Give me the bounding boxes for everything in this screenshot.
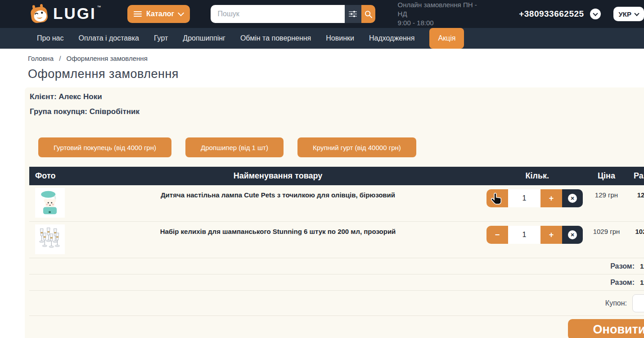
nav-item-wholesale[interactable]: Гурт (154, 34, 168, 42)
customer-group-line: Група покупця: Співробітник (30, 107, 644, 116)
group-button-wholesale[interactable]: Гуртовий покупець (від 4000 грн) (38, 137, 171, 157)
nav-item-returns[interactable]: Обмін та повернення (240, 34, 311, 42)
schedule-text: Онлайн замовлення ПН - НД 9:00 - 18:00 (398, 0, 488, 27)
group-button-large-wholesale[interactable]: Крупний гурт (від 40000 грн) (297, 137, 416, 157)
totals-row: Разом: 1158 грн (29, 258, 644, 274)
chevron-down-icon (593, 11, 598, 16)
group-button-dropshipper[interactable]: Дропшипер (від 1 шт) (185, 137, 284, 157)
qty-plus-button[interactable]: + (540, 226, 562, 244)
search-icon (365, 10, 372, 18)
item-price: 129 грн (585, 185, 628, 199)
breadcrumb: Головна / Оформлення замовлення (0, 49, 644, 62)
brand-mascot-icon (29, 4, 50, 25)
remove-icon: ✕ (568, 230, 577, 239)
client-name: Алекс Ноки (59, 92, 102, 101)
nav-item-about[interactable]: Про нас (37, 34, 63, 42)
chevron-down-icon (178, 10, 184, 16)
qty-cell: − + ✕ (421, 222, 585, 244)
remove-item-button[interactable]: ✕ (562, 189, 583, 207)
breadcrumb-current: Оформлення замовлення (67, 55, 148, 62)
filter-button[interactable] (345, 5, 361, 23)
search-button[interactable] (361, 5, 375, 23)
nav-item-dropshipping[interactable]: Дропшиппінг (183, 34, 225, 42)
brand-logo[interactable]: LUGI ™ (29, 3, 101, 25)
lamp-product-image (36, 189, 64, 217)
product-name[interactable]: Набір келихів для шампанського Stunning … (135, 222, 421, 235)
search-bar (211, 5, 375, 23)
main-nav: Про нас Оплата і доставка Гурт Дропшиппі… (0, 28, 644, 49)
column-header-price: Ціна (585, 171, 628, 181)
nav-item-payment-delivery[interactable]: Оплата і доставка (78, 34, 139, 42)
cart-table-header: Фото Найменування товару Кільк. Ціна Раз… (29, 167, 644, 185)
total-value: 1158 грн (640, 262, 644, 270)
qty-input[interactable] (508, 226, 540, 244)
total-label: Разом: (610, 262, 635, 270)
schedule-days: Онлайн замовлення ПН - НД (398, 0, 488, 18)
product-image[interactable] (35, 188, 65, 218)
coupon-label: Купон: (605, 299, 627, 307)
breadcrumb-separator: / (59, 55, 61, 62)
qty-minus-button[interactable]: − (486, 226, 508, 244)
language-label: УКР (619, 10, 632, 18)
client-label: Клієнт: (30, 92, 57, 101)
table-row: Набір келихів для шампанського Stunning … (29, 222, 644, 258)
breadcrumb-home[interactable]: Головна (28, 55, 54, 62)
group-label: Група покупця: (30, 107, 87, 116)
qty-cell: − + ✕ (421, 185, 585, 207)
cart-table: Фото Найменування товару Кільк. Ціна Раз… (29, 167, 644, 338)
coupon-row: Купон: (29, 291, 644, 316)
item-total: 129 грн (628, 185, 644, 199)
nav-item-new[interactable]: Новинки (326, 34, 354, 42)
item-total: 1029 грн (628, 222, 644, 235)
glasses-product-image (36, 225, 64, 253)
coupon-input[interactable] (632, 294, 644, 312)
schedule-hours: 9:00 - 18:00 (398, 18, 488, 27)
qty-plus-button[interactable]: + (540, 189, 562, 207)
filter-icon (349, 10, 357, 18)
nav-promo-button[interactable]: Акція (429, 28, 464, 49)
quantity-stepper: − + ✕ (486, 226, 583, 244)
update-row: Оновити (29, 316, 644, 338)
remove-item-button[interactable]: ✕ (562, 226, 583, 244)
column-header-qty: Кільк. (421, 171, 585, 181)
photo-cell (29, 185, 135, 218)
search-input[interactable] (211, 5, 345, 23)
chevron-down-icon (634, 11, 639, 16)
catalog-button[interactable]: Каталог (127, 5, 190, 23)
column-header-total: Разом (628, 171, 644, 181)
product-image[interactable] (35, 224, 65, 254)
qty-input[interactable] (508, 189, 540, 207)
quantity-stepper: − + ✕ (486, 189, 583, 207)
photo-cell (29, 222, 135, 254)
phone-number[interactable]: +380933662525 (519, 9, 584, 19)
customer-client-line: Клієнт: Алекс Ноки (30, 92, 644, 101)
total-value: 1158 грн (640, 279, 644, 286)
nav-item-arrivals[interactable]: Надходження (369, 34, 414, 42)
product-name[interactable]: Дитяча настільна лампа Cute Pets з точил… (135, 185, 421, 199)
table-row: Дитяча настільна лампа Cute Pets з точил… (29, 185, 644, 222)
catalog-button-label: Каталог (146, 10, 174, 18)
top-header: LUGI ™ Каталог Онлайн замовлення ПН - НД… (0, 0, 644, 28)
total-label: Разом: (610, 279, 635, 287)
item-price: 1029 грн (585, 222, 628, 235)
qty-minus-button[interactable]: − (486, 189, 508, 207)
language-selector[interactable]: УКР (613, 7, 644, 21)
totals-row: Разом: 1158 грн (29, 274, 644, 291)
phone-dropdown-button[interactable] (590, 9, 601, 19)
remove-icon: ✕ (568, 194, 577, 203)
group-name: Співробітник (90, 107, 140, 116)
page-title: Оформлення замовлення (28, 67, 644, 81)
brand-name: LUGI (53, 3, 96, 24)
customer-group-buttons: Гуртовий покупець (від 4000 грн) Дропшип… (38, 137, 644, 157)
column-header-photo: Фото (29, 171, 135, 181)
checkout-panel: Клієнт: Алекс Ноки Група покупця: Співро… (25, 87, 644, 338)
hamburger-icon (134, 11, 142, 17)
update-cart-button[interactable]: Оновити (568, 319, 644, 338)
brand-trademark: ™ (97, 5, 101, 9)
column-header-name: Найменування товару (135, 171, 421, 181)
customer-info: Клієнт: Алекс Ноки Група покупця: Співро… (30, 92, 644, 116)
